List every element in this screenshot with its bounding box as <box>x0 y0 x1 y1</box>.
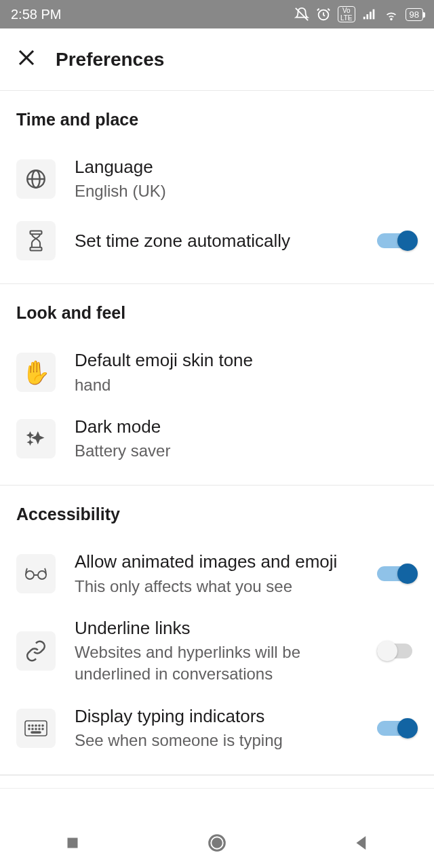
status-time: 2:58 PM <box>11 7 294 22</box>
underline-toggle[interactable] <box>377 641 418 661</box>
battery-indicator: 98 <box>406 8 423 21</box>
row-emoji-tone[interactable]: ✋ Default emoji skin tone hand <box>16 339 418 405</box>
svg-point-17 <box>28 725 30 726</box>
globe-icon <box>16 159 56 199</box>
recent-apps-button[interactable] <box>62 833 83 856</box>
row-language[interactable]: Language English (UK) <box>16 146 418 212</box>
svg-rect-3 <box>366 14 368 19</box>
svg-point-24 <box>35 728 37 730</box>
svg-rect-13 <box>31 248 42 251</box>
svg-rect-2 <box>363 17 365 20</box>
hand-emoji-icon: ✋ <box>16 353 56 392</box>
svg-point-20 <box>39 725 40 726</box>
signal-icon <box>362 7 377 22</box>
svg-point-14 <box>26 571 34 579</box>
android-navbar <box>0 821 434 868</box>
svg-point-19 <box>35 725 37 726</box>
close-icon[interactable] <box>16 47 37 71</box>
svg-point-18 <box>32 725 33 726</box>
emoji-tone-value: hand <box>75 374 418 396</box>
typing-toggle[interactable] <box>377 718 418 738</box>
timezone-title: Set time zone automatically <box>75 229 358 253</box>
row-dark-mode[interactable]: Dark mode Battery saver <box>16 406 418 471</box>
language-value: English (UK) <box>75 180 418 202</box>
section-title-time-place: Time and place <box>16 110 418 130</box>
svg-rect-5 <box>372 9 374 20</box>
row-timezone[interactable]: Set time zone automatically <box>16 212 418 270</box>
animated-toggle[interactable] <box>377 564 418 584</box>
section-look-feel: Look and feel ✋ Default emoji skin tone … <box>0 284 434 478</box>
glasses-icon <box>16 554 56 593</box>
bottom-spacer <box>0 775 434 789</box>
svg-rect-12 <box>31 231 42 235</box>
timezone-toggle[interactable] <box>377 231 418 251</box>
keyboard-icon <box>16 709 56 748</box>
svg-point-6 <box>391 18 392 20</box>
svg-point-21 <box>42 725 43 726</box>
svg-rect-27 <box>31 732 41 733</box>
dark-mode-title: Dark mode <box>75 415 418 439</box>
row-underline[interactable]: Underline links Websites and hyperlinks … <box>16 607 418 695</box>
volte-badge: VoLTE <box>338 6 355 22</box>
status-icons: VoLTE 98 <box>294 6 423 22</box>
svg-point-15 <box>38 571 46 579</box>
section-title-look-feel: Look and feel <box>16 303 418 323</box>
svg-point-22 <box>28 728 30 730</box>
wifi-icon <box>384 7 399 22</box>
svg-point-30 <box>213 839 222 848</box>
underline-title: Underline links <box>75 616 358 640</box>
link-icon <box>16 631 56 671</box>
svg-rect-28 <box>67 838 77 848</box>
page-title: Preferences <box>56 49 164 71</box>
typing-title: Display typing indicators <box>75 705 358 728</box>
animated-sub: This only affects what you see <box>75 576 358 597</box>
section-accessibility: Accessibility Allow animated images and … <box>0 486 434 768</box>
emoji-tone-title: Default emoji skin tone <box>75 349 418 372</box>
alarm-icon <box>316 7 331 22</box>
row-typing[interactable]: Display typing indicators See when someo… <box>16 695 418 761</box>
language-title: Language <box>75 155 418 179</box>
section-time-place: Time and place Language English (UK) Set… <box>0 91 434 277</box>
bell-off-icon <box>294 7 309 22</box>
header: Preferences <box>0 28 434 91</box>
sparkle-icon <box>16 419 56 458</box>
svg-point-25 <box>39 728 40 730</box>
underline-sub: Websites and hyperlinks will be underlin… <box>75 642 358 686</box>
hourglass-icon <box>16 221 56 260</box>
svg-rect-4 <box>370 12 372 19</box>
svg-point-26 <box>42 728 43 730</box>
svg-point-23 <box>32 728 33 730</box>
back-button[interactable] <box>351 833 372 856</box>
status-bar: 2:58 PM VoLTE 98 <box>0 0 434 28</box>
animated-title: Allow animated images and emoji <box>75 550 358 574</box>
typing-sub: See when someone is typing <box>75 730 358 751</box>
section-title-accessibility: Accessibility <box>16 505 418 524</box>
home-button[interactable] <box>207 833 227 856</box>
dark-mode-value: Battery saver <box>75 440 418 462</box>
row-animated[interactable]: Allow animated images and emoji This onl… <box>16 540 418 606</box>
